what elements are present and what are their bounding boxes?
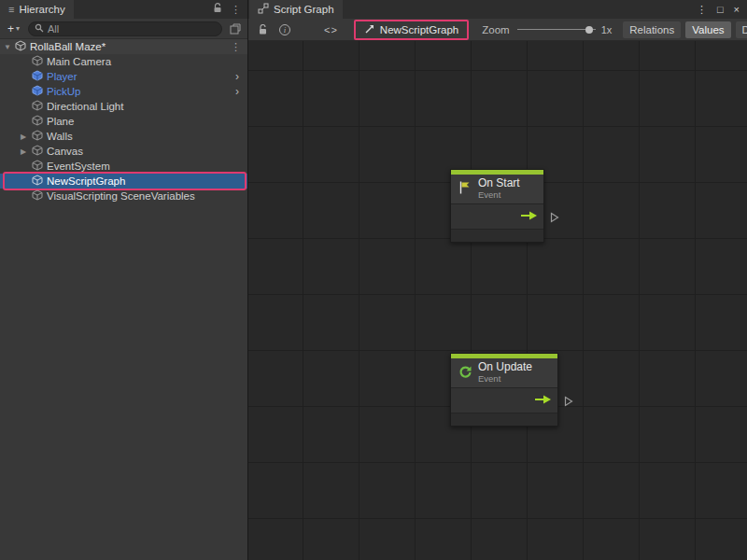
menu-icon: ≡ xyxy=(8,5,14,15)
scene-root-row[interactable]: ▼ RollaBall Maze* ⋮ xyxy=(0,39,247,54)
output-port-icon[interactable] xyxy=(564,396,573,410)
maximize-icon[interactable]: □ xyxy=(717,4,724,15)
hierarchy-row-player[interactable]: Player › xyxy=(0,69,247,84)
zoom-slider-track xyxy=(517,29,596,30)
zoom-slider-thumb[interactable] xyxy=(585,26,593,34)
kebab-menu-icon[interactable]: ⋮ xyxy=(697,4,707,16)
foldout-open-icon[interactable]: ▼ xyxy=(4,43,15,51)
graph-name: NewScriptGraph xyxy=(380,24,458,35)
flow-arrow-icon xyxy=(534,394,552,407)
node-subtitle: Event xyxy=(478,190,520,200)
graph-toolbar: i <> NewScriptGraph Zoom 1x Relations Va… xyxy=(248,19,747,41)
graph-tabbar: Script Graph ⋮ □ × xyxy=(248,0,747,19)
lock-icon[interactable] xyxy=(254,21,271,38)
node-header: On Start Event xyxy=(451,175,543,203)
hierarchy-panel: ≡ Hierarchy ⋮ + ▾ All xyxy=(0,0,248,560)
relations-toggle[interactable]: Relations xyxy=(623,21,681,38)
hierarchy-tabbar: ≡ Hierarchy ⋮ xyxy=(0,0,247,19)
add-object-button[interactable]: + ▾ xyxy=(4,22,23,35)
open-search-window-icon[interactable] xyxy=(227,21,244,37)
script-graph-icon xyxy=(364,23,375,36)
gameobject-icon xyxy=(32,55,43,68)
tab-hierarchy[interactable]: ≡ Hierarchy xyxy=(0,0,74,19)
prefab-chevron-icon[interactable]: › xyxy=(235,85,244,98)
unity-editor-window: ≡ Hierarchy ⋮ + ▾ All xyxy=(0,0,747,560)
hierarchy-row-directional-light[interactable]: Directional Light xyxy=(0,99,247,114)
hierarchy-toolbar: + ▾ All xyxy=(0,19,247,39)
gameobject-icon xyxy=(32,175,43,188)
search-placeholder: All xyxy=(48,23,59,35)
chevron-down-icon: ▾ xyxy=(16,24,20,33)
kebab-menu-icon[interactable]: ⋮ xyxy=(231,5,241,15)
hierarchy-tree: ▼ RollaBall Maze* ⋮ Main Camera Player › xyxy=(0,39,247,560)
gameobject-icon xyxy=(32,189,43,203)
output-port-icon[interactable] xyxy=(550,212,559,226)
info-icon[interactable]: i xyxy=(276,21,293,38)
gameobject-icon xyxy=(32,100,43,113)
zoom-label: Zoom xyxy=(482,24,509,35)
hierarchy-row-plane[interactable]: Plane xyxy=(0,114,247,129)
tab-script-graph[interactable]: Script Graph xyxy=(249,0,343,19)
graph-breadcrumb[interactable]: NewScriptGraph xyxy=(354,20,469,40)
hierarchy-row-walls[interactable]: ▶ Walls xyxy=(0,129,247,144)
scene-name: RollaBall Maze* xyxy=(30,41,106,52)
prefab-icon xyxy=(32,70,43,83)
hierarchy-row-main-camera[interactable]: Main Camera xyxy=(0,54,247,69)
zoom-slider[interactable] xyxy=(517,23,596,36)
node-header: On Update Event xyxy=(451,358,557,387)
gameobject-icon xyxy=(32,160,43,173)
hierarchy-row-eventsystem[interactable]: EventSystem xyxy=(0,159,247,174)
gameobject-icon xyxy=(32,115,43,128)
hierarchy-row-newscriptgraph[interactable]: NewScriptGraph xyxy=(0,174,247,189)
node-footer xyxy=(451,413,557,426)
lock-icon[interactable] xyxy=(213,3,222,16)
node-port-row xyxy=(451,203,543,230)
tab-script-graph-label: Script Graph xyxy=(274,4,334,15)
node-title: On Update xyxy=(478,361,532,373)
gameobject-icon xyxy=(32,145,43,158)
node-port-row xyxy=(451,387,557,413)
foldout-closed-icon[interactable]: ▶ xyxy=(21,147,32,156)
search-icon xyxy=(35,23,44,35)
graph-canvas[interactable]: On Start Event xyxy=(248,41,747,560)
prefab-chevron-icon[interactable]: › xyxy=(235,70,244,83)
kebab-menu-icon[interactable]: ⋮ xyxy=(231,41,244,53)
search-input[interactable]: All xyxy=(28,21,222,36)
close-icon[interactable]: × xyxy=(734,4,740,15)
flow-arrow-icon xyxy=(520,210,538,223)
node-title: On Start xyxy=(478,177,520,189)
unity-scene-icon xyxy=(15,40,26,53)
node-footer xyxy=(451,230,543,242)
node-on-start[interactable]: On Start Event xyxy=(450,169,544,243)
loop-icon xyxy=(458,364,472,382)
tab-hierarchy-label: Hierarchy xyxy=(19,4,64,15)
zoom-value: 1x xyxy=(601,24,613,35)
foldout-closed-icon[interactable]: ▶ xyxy=(21,133,32,141)
values-toggle[interactable]: Values xyxy=(685,21,730,38)
script-graph-tab-icon xyxy=(258,3,269,16)
prefab-icon xyxy=(32,85,43,98)
node-on-update[interactable]: On Update Event xyxy=(450,353,558,427)
code-icon[interactable]: <> xyxy=(321,21,341,38)
hierarchy-row-scenevariables[interactable]: VisualScripting SceneVariables xyxy=(0,189,247,203)
node-subtitle: Event xyxy=(478,374,532,384)
hierarchy-row-canvas[interactable]: ▶ Canvas xyxy=(0,144,247,159)
script-graph-panel: Script Graph ⋮ □ × i <> NewScriptGraph Z… xyxy=(248,0,747,560)
flag-icon xyxy=(458,180,472,198)
hierarchy-row-pickup[interactable]: PickUp › xyxy=(0,84,247,99)
dim-toggle[interactable]: Dim xyxy=(736,21,747,38)
gameobject-icon xyxy=(32,130,43,143)
